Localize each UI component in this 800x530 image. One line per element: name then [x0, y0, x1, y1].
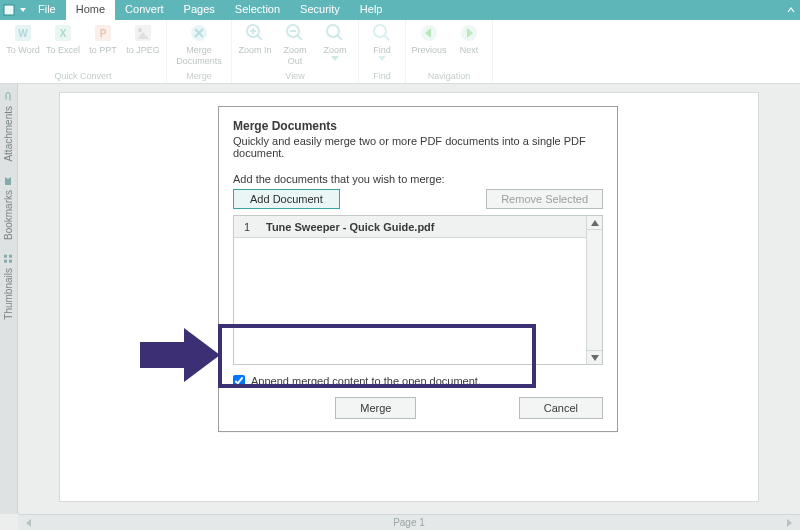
ribbon-group-navigation: Previous Next Navigation — [406, 20, 493, 83]
zoom-button[interactable]: Zoom — [318, 22, 352, 66]
svg-marker-34 — [26, 519, 31, 527]
zoom-label: Zoom — [323, 45, 346, 55]
paperclip-icon — [4, 92, 14, 102]
find-icon — [371, 22, 393, 44]
side-tab-bookmarks[interactable]: Bookmarks — [3, 170, 14, 246]
merge-documents-dialog: Merge Documents Quickly and easily merge… — [218, 106, 618, 432]
svg-rect-0 — [4, 5, 14, 15]
zoom-in-label: Zoom In — [238, 45, 271, 55]
dialog-title: Merge Documents — [233, 119, 603, 133]
merge-button[interactable]: Merge — [335, 397, 416, 419]
menu-security[interactable]: Security — [290, 0, 350, 20]
zoom-in-button[interactable]: Zoom In — [238, 22, 272, 66]
menu-pages[interactable]: Pages — [174, 0, 225, 20]
collapse-ribbon-icon[interactable] — [782, 0, 800, 20]
zoom-icon — [324, 22, 346, 44]
thumbnails-icon — [4, 254, 14, 264]
zoom-out-icon — [284, 22, 306, 44]
ribbon-group-merge: Merge Documents Merge — [167, 20, 232, 83]
status-next-page-icon[interactable] — [782, 517, 796, 529]
side-tab-label: Attachments — [3, 106, 14, 162]
svg-text:X: X — [60, 28, 67, 39]
list-item[interactable]: 1 Tune Sweeper - Quick Guide.pdf — [234, 216, 602, 238]
menu-convert[interactable]: Convert — [115, 0, 174, 20]
menu-selection[interactable]: Selection — [225, 0, 290, 20]
add-document-button[interactable]: Add Document — [233, 189, 340, 209]
to-ppt-label: to PPT — [89, 45, 117, 55]
side-tab-thumbnails[interactable]: Thumbnails — [3, 248, 14, 326]
list-item-index: 1 — [234, 221, 260, 233]
side-tab-attachments[interactable]: Attachments — [3, 86, 14, 168]
svg-marker-35 — [787, 519, 792, 527]
status-prev-page-icon[interactable] — [22, 517, 36, 529]
merge-documents-button[interactable]: Merge Documents — [173, 22, 225, 66]
ribbon-group-label: Merge — [186, 71, 212, 83]
svg-marker-25 — [378, 56, 386, 61]
document-list[interactable]: 1 Tune Sweeper - Quick Guide.pdf — [233, 215, 603, 365]
to-excel-button[interactable]: X To Excel — [46, 22, 80, 55]
svg-line-21 — [337, 35, 342, 40]
ribbon: W To Word X To Excel P to PPT to JPEG Qu… — [0, 20, 800, 84]
svg-marker-22 — [331, 56, 339, 61]
scroll-up-icon[interactable] — [587, 216, 602, 230]
svg-rect-33 — [5, 255, 8, 258]
ppt-icon: P — [92, 22, 114, 44]
side-tab-label: Bookmarks — [3, 190, 14, 240]
merge-icon — [188, 22, 210, 44]
append-checkbox[interactable] — [233, 375, 245, 387]
to-ppt-button[interactable]: P to PPT — [86, 22, 120, 55]
zoom-out-label-2: Out — [288, 56, 303, 66]
side-tab-label: Thumbnails — [3, 268, 14, 320]
cancel-button[interactable]: Cancel — [519, 397, 603, 419]
menu-home[interactable]: Home — [66, 0, 115, 20]
prev-icon — [418, 22, 440, 44]
zoom-out-button[interactable]: Zoom Out — [278, 22, 312, 66]
to-jpeg-button[interactable]: to JPEG — [126, 22, 160, 55]
append-checkbox-label: Append merged content to the open docume… — [251, 375, 481, 387]
to-excel-label: To Excel — [46, 45, 80, 55]
svg-marker-36 — [591, 220, 599, 226]
menu-help[interactable]: Help — [350, 0, 393, 20]
svg-point-10 — [138, 28, 142, 32]
jpeg-icon — [132, 22, 154, 44]
remove-selected-button[interactable]: Remove Selected — [486, 189, 603, 209]
next-icon — [458, 22, 480, 44]
next-label: Next — [460, 45, 479, 55]
append-checkbox-row[interactable]: Append merged content to the open docume… — [233, 375, 603, 387]
menu-bar: File Home Convert Pages Selection Securi… — [0, 0, 800, 20]
scroll-down-icon[interactable] — [587, 350, 602, 364]
ribbon-group-label: Find — [373, 71, 391, 83]
svg-rect-32 — [10, 255, 13, 258]
list-item-name: Tune Sweeper - Quick Guide.pdf — [260, 221, 602, 233]
dropdown-icon — [331, 56, 339, 61]
svg-marker-37 — [591, 355, 599, 361]
status-bar: Page 1 — [18, 514, 800, 530]
ribbon-group-label: View — [285, 71, 304, 83]
excel-icon: X — [52, 22, 74, 44]
dialog-subtitle: Quickly and easily merge two or more PDF… — [233, 135, 603, 159]
merge-label-1: Merge — [186, 45, 212, 55]
list-scrollbar[interactable] — [586, 216, 602, 364]
next-button[interactable]: Next — [452, 22, 486, 55]
recent-dropdown-icon[interactable] — [18, 0, 28, 20]
bookmark-icon — [4, 176, 14, 186]
ribbon-group-quick-convert: W To Word X To Excel P to PPT to JPEG Qu… — [0, 20, 167, 83]
menu-file[interactable]: File — [28, 0, 66, 20]
status-page-label: Page 1 — [393, 517, 425, 528]
ribbon-group-view: Zoom In Zoom Out Zoom View — [232, 20, 359, 83]
zoom-out-label-1: Zoom — [283, 45, 306, 55]
merge-label-2: Documents — [176, 56, 222, 66]
previous-label: Previous — [412, 45, 447, 55]
previous-button[interactable]: Previous — [412, 22, 446, 55]
to-jpeg-label: to JPEG — [126, 45, 160, 55]
dropdown-icon — [378, 56, 386, 61]
svg-line-24 — [384, 35, 389, 40]
ribbon-group-label: Quick Convert — [54, 71, 111, 83]
to-word-label: To Word — [6, 45, 39, 55]
side-panel: Attachments Bookmarks Thumbnails — [0, 84, 18, 514]
find-button[interactable]: Find — [365, 22, 399, 61]
to-word-button[interactable]: W To Word — [6, 22, 40, 55]
svg-text:P: P — [100, 28, 107, 39]
svg-rect-31 — [5, 260, 8, 263]
svg-line-18 — [297, 35, 302, 40]
